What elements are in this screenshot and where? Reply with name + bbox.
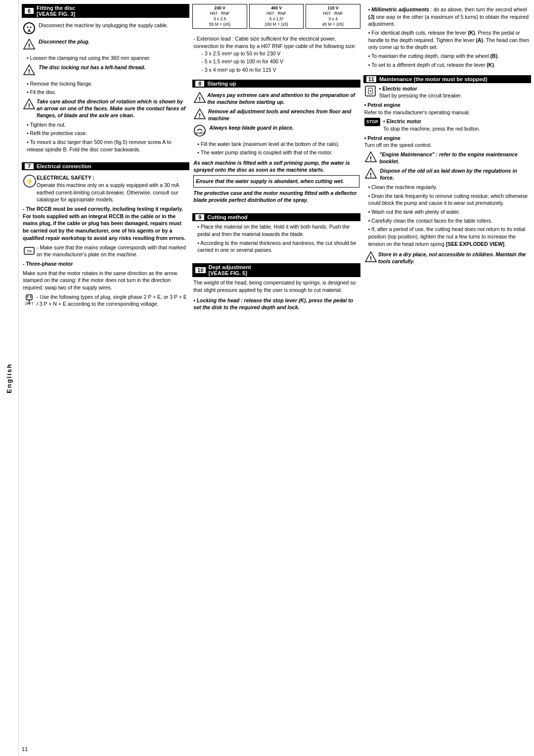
rotation-text: Take care about the direction of rotatio… <box>37 98 188 119</box>
section-7-body: ⚡ ELECTRICAL SAFETY : Operate this machi… <box>22 170 189 312</box>
stop-petrol-engine: • Petrol engine Turn off on the speed co… <box>364 135 530 149</box>
left-column: 6 Fitting the disc [VEASE FIG. 3] <box>22 4 189 743</box>
s11-clean: Clean the machine regularly. <box>368 184 530 191</box>
section-11-num: 11 <box>366 76 376 82</box>
v1-sub: H07 · RNF <box>195 11 244 16</box>
engine-maint-warn: ! "Engine Maintenance" : refer to the en… <box>364 151 530 165</box>
ext-size-3: 3 x 4 mm² up to 40 m for 115 V <box>201 66 359 74</box>
voltage-cell-230: 230 V H07 · RNF 3 x 2.5 55 M + (x5) <box>192 4 247 29</box>
section-10-title: Dept adjustment [VEASE FIG. 5] <box>209 264 251 276</box>
sidebar: English <box>0 0 19 756</box>
middle-column: 230 V H07 · RNF 3 x 2.5 55 M + (x5) 400 … <box>192 4 360 743</box>
ext-size-2: 5 x 1.5 mm² up to 100 m for 400 V <box>201 58 359 65</box>
section-11-body: • Electric motor Start by pressing the c… <box>363 83 531 269</box>
s6-refit: Refit the protective case. <box>27 130 188 137</box>
dispose-warn-icon: ! <box>364 167 377 182</box>
millimet-label: Millimetric adjustments <box>371 6 429 12</box>
s8-warn3: guard Always keep blade guard in place. <box>193 124 359 139</box>
page-footer: 11 <box>22 743 531 752</box>
v1-spec: 3 x 2.5 <box>195 16 244 22</box>
disconnect-plug-warning: ! Disconnect the plug. <box>23 38 188 52</box>
section-11-header: 11 Maintenance (the motor must be stoppe… <box>363 75 531 83</box>
right-top-body: Millimetric adjustments : do as above, t… <box>363 4 531 72</box>
svg-point-0 <box>24 23 35 34</box>
section-10-header: 10 Dept adjustment [VEASE FIG. 5] <box>192 263 360 277</box>
v3-sub: H07 · RNF <box>308 11 357 16</box>
store-warn: ! Store in a dry place, not accessible t… <box>364 251 530 265</box>
section-8-header: 8 Starting up <box>192 80 360 88</box>
s8-warn1: ! Always pay extreme care and attention … <box>193 92 359 106</box>
svg-rect-15 <box>26 295 32 300</box>
engine-maint-icon: ! <box>364 151 377 165</box>
engine-maint-text: "Engine Maintenance" : refer to the engi… <box>379 151 530 165</box>
section-11-title: Maintenance (the motor must be stopped) <box>379 76 488 82</box>
millimet-warn: Millimetric adjustments : do as above, t… <box>368 6 530 28</box>
v2-sub: H07 · RNF <box>252 11 301 16</box>
svg-text:?≡: ?≡ <box>27 249 32 254</box>
triangle-warn-icon-3: ! <box>23 98 34 112</box>
triangle-warn-icon-2: ! <box>23 64 36 78</box>
section-9: 9 Cutting method Place the material on t… <box>192 213 360 257</box>
dispose-warn-text: Dispose of the old oil as laid down by t… <box>380 167 530 181</box>
stop-badge: STOP <box>364 118 380 126</box>
s11-wash: Wash out the tank with plenty of water. <box>368 208 530 216</box>
s8-deflector-warn: The protective case and the motor mounti… <box>193 189 359 203</box>
stop-electric-text: • Electric motor To stop the machine, pr… <box>383 118 480 132</box>
voltage-check-text: - Make sure that the mains voltage corre… <box>37 244 188 258</box>
electrical-safety-text: ELECTRICAL SAFETY : Operate this machine… <box>37 174 188 203</box>
store-warn-text: Store in a dry place, not accessible to … <box>378 251 530 265</box>
s8-warn2-icon: ! <box>193 108 205 122</box>
section-6-header: 6 Fitting the disc [VEASE FIG. 3] <box>22 4 189 18</box>
circuit-breaker-icon <box>364 85 376 99</box>
section-10-body: The weight of the head, being compensate… <box>192 277 360 315</box>
voltage-cell-110: 110 V H07 · RNF 3 x 4 40 M + (x5) <box>306 4 360 29</box>
v1-len: 55 M + (x5) <box>195 22 244 27</box>
svg-text:!: ! <box>28 102 30 109</box>
s10-locking-warn: • Locking the head : release the stop le… <box>193 297 359 311</box>
svg-point-1 <box>27 27 29 28</box>
disc-lock-text: The disc locking nut has a left-hand thr… <box>39 64 145 71</box>
extension-lead-text: - Extension lead : Cable size sufficient… <box>193 35 359 49</box>
section-8: 8 Starting up ! Always pay extreme ca <box>192 80 360 208</box>
s6-tighten: Tighten the nut. <box>27 121 188 129</box>
three-phase-body: Make sure that the motor rotates in the … <box>23 270 188 291</box>
extension-lead-body: - Extension lead : Cable size sufficient… <box>192 33 360 76</box>
petrol-engine-start: • Petrol engine Refer to the manufacture… <box>364 101 530 116</box>
section-7: 7 Electrical connection ⚡ <box>22 162 189 312</box>
svg-text:2P+T: 2P+T <box>25 302 34 305</box>
v2-label: 400 V <box>252 5 301 11</box>
voltage-cell-400: 400 V H07 · RNF 5 x 1.5² 100 M + (x5) <box>249 4 304 29</box>
electric-motor-start-text: • Electric motor Start by pressing the c… <box>379 85 462 99</box>
s8-priming-warn: As each machine is fitted with a self pr… <box>193 159 359 173</box>
three-phase-title: - Three-phase motor <box>23 260 188 268</box>
svg-text:!: ! <box>369 255 371 262</box>
s10-body: The weight of the head, being compensate… <box>193 279 359 293</box>
ext-size-1: 3 x 2.5 mm² up to 50 m for 230 V <box>201 50 359 57</box>
s8-warn1-text: Always pay extreme care and attention to… <box>207 92 359 105</box>
electrical-safety-box: ⚡ ELECTRICAL SAFETY : Operate this machi… <box>23 174 188 203</box>
disconnect-text: Disconnect the machine by unplugging the… <box>39 22 168 29</box>
plug-type-text: - Use the following types of plug, singl… <box>37 293 188 308</box>
s8-bullet2: The water pump starting is coupled with … <box>197 149 359 156</box>
section-9-header: 9 Cutting method <box>192 213 360 221</box>
svg-text:!: ! <box>369 155 371 162</box>
svg-text:⚡: ⚡ <box>26 177 34 186</box>
triangle-warn-icon: ! <box>23 38 36 52</box>
dispose-warn: ! Dispose of the old oil as laid down by… <box>364 167 530 182</box>
svg-text:!: ! <box>199 112 201 119</box>
section-6-body: Disconnect the machine by unplugging the… <box>22 18 189 156</box>
v2-spec: 5 x 1.5² <box>252 16 301 22</box>
s6-loosen: Loosen the clamping nut using the 360 mm… <box>27 54 188 62</box>
voltage-row: 230 V H07 · RNF 3 x 2.5 55 M + (x5) 400 … <box>192 4 360 29</box>
right-column: Millimetric adjustments : do as above, t… <box>363 4 531 743</box>
electric-motor-start: • Electric motor Start by pressing the c… <box>364 85 530 99</box>
v2-len: 100 M + (x5) <box>252 22 301 27</box>
plug-type-icon: 2P+T <box>23 293 34 308</box>
section-9-num: 9 <box>195 214 204 220</box>
s8-water-warn: Ensure that the water supply is abundant… <box>193 175 359 188</box>
stop-electric-motor: STOP • Electric motor To stop the machin… <box>364 118 530 132</box>
s11-spring: If, after a period of use, the cutting h… <box>368 226 530 247</box>
section-9-title: Cutting method <box>207 214 247 220</box>
v3-len: 40 M + (x5) <box>308 22 357 27</box>
maintain-depth: To maintain the cutting depth, clamp wit… <box>368 52 530 60</box>
